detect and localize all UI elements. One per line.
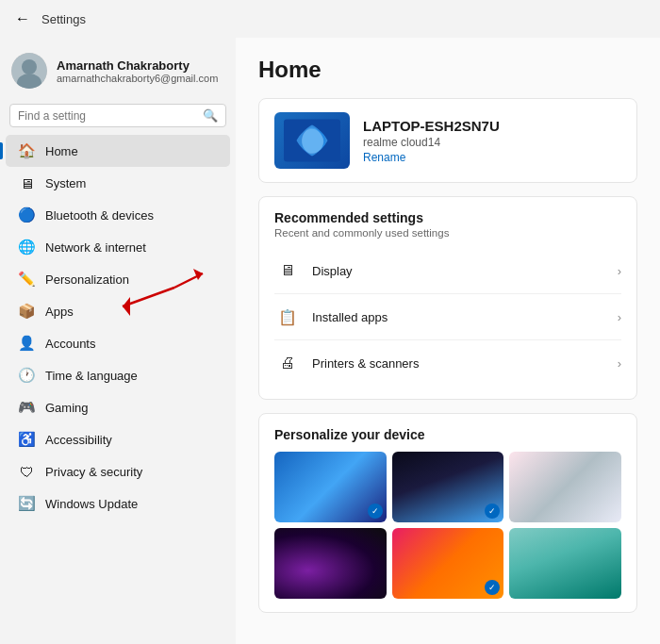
recommended-settings-card: Recommended settings Recent and commonly… — [258, 196, 637, 400]
nav-icon-accounts: 👤 — [17, 334, 36, 353]
nav-label-home: Home — [45, 144, 78, 158]
sidebar-item-accounts[interactable]: 👤 Accounts — [6, 327, 230, 359]
nav-label-gaming: Gaming — [45, 401, 89, 415]
settings-row-printers[interactable]: 🖨 Printers & scanners › — [274, 340, 621, 386]
nav-label-update: Windows Update — [45, 497, 138, 511]
device-card: LAPTOP-ESH2SN7U realme cloud14 Rename — [258, 98, 637, 183]
nav-label-system: System — [45, 176, 86, 190]
recommended-title: Recommended settings — [274, 210, 621, 225]
settings-icon-installed-apps: 📋 — [274, 304, 301, 330]
nav-icon-personalization: ✏️ — [17, 270, 36, 289]
wallpaper-wp4[interactable] — [274, 528, 387, 599]
settings-row-left: 🖨 Printers & scanners — [274, 350, 419, 376]
nav-icon-privacy: 🛡 — [17, 462, 36, 481]
page-title: Home — [258, 57, 637, 83]
nav-icon-apps: 📦 — [17, 302, 36, 321]
chevron-icon-installed-apps: › — [618, 310, 621, 324]
wallpaper-grid: ✓✓✓ — [274, 452, 621, 599]
sidebar-item-bluetooth[interactable]: 🔵 Bluetooth & devices — [6, 199, 230, 231]
settings-row-installed-apps[interactable]: 📋 Installed apps › — [274, 294, 621, 340]
back-button[interactable]: ← — [11, 8, 34, 30]
sidebar-item-update[interactable]: 🔄 Windows Update — [6, 487, 230, 520]
chevron-icon-display: › — [618, 264, 621, 278]
device-info: LAPTOP-ESH2SN7U realme cloud14 Rename — [363, 118, 500, 164]
app-title: Settings — [41, 12, 86, 26]
nav-icon-home: 🏠 — [17, 141, 36, 160]
main-content: Home LAPTOP-ESH2SN7U realme cloud14 — [236, 38, 660, 644]
chevron-icon-printers: › — [618, 356, 621, 371]
settings-row-left: 🖥 Display — [274, 257, 353, 284]
rename-link[interactable]: Rename — [363, 151, 500, 164]
nav-icon-system: 🖥 — [17, 173, 36, 192]
nav-label-time: Time & language — [45, 369, 138, 383]
nav-icon-bluetooth: 🔵 — [17, 206, 36, 224]
wallpaper-check: ✓ — [485, 504, 500, 519]
wallpaper-wp5[interactable]: ✓ — [392, 528, 504, 599]
settings-icon-display: 🖥 — [274, 257, 301, 284]
personalize-card: Personalize your device ✓✓✓ — [258, 413, 637, 613]
sidebar-item-accessibility[interactable]: ♿ Accessibility — [6, 423, 230, 455]
avatar — [11, 53, 47, 89]
wallpaper-check: ✓ — [485, 580, 500, 595]
nav-label-bluetooth: Bluetooth & devices — [45, 208, 154, 223]
wallpaper-wp6[interactable] — [509, 528, 621, 599]
personalize-title: Personalize your device — [274, 427, 621, 442]
nav-label-accounts: Accounts — [45, 337, 95, 351]
sidebar-item-privacy[interactable]: 🛡 Privacy & security — [6, 455, 230, 487]
user-info: Amarnath Chakraborty amarnathchakraborty… — [57, 58, 218, 84]
nav-icon-network: 🌐 — [17, 238, 36, 256]
recommended-rows: 🖥 Display › 📋 Installed apps › 🖨 Printer… — [274, 248, 621, 386]
sidebar-item-time[interactable]: 🕐 Time & language — [6, 359, 230, 391]
sidebar-item-apps[interactable]: 📦 Apps — [6, 295, 230, 327]
nav-icon-time: 🕐 — [17, 366, 36, 385]
settings-label-printers: Printers & scanners — [312, 356, 419, 371]
nav-icon-accessibility: ♿ — [17, 430, 36, 449]
wallpaper-wp3[interactable] — [509, 452, 621, 522]
wallpaper-wp2[interactable]: ✓ — [392, 452, 504, 522]
settings-row-left: 📋 Installed apps — [274, 304, 388, 330]
sidebar-item-system[interactable]: 🖥 System — [6, 167, 230, 199]
nav-list: 🏠 Home 🖥 System 🔵 Bluetooth & devices 🌐 … — [0, 135, 236, 520]
settings-label-display: Display — [312, 264, 353, 278]
sidebar-item-gaming[interactable]: 🎮 Gaming — [6, 391, 230, 423]
wallpaper-wp1[interactable]: ✓ — [274, 452, 387, 522]
device-model: realme cloud14 — [363, 136, 500, 149]
settings-row-display[interactable]: 🖥 Display › — [274, 248, 621, 294]
settings-label-installed-apps: Installed apps — [312, 310, 388, 324]
svg-point-1 — [22, 59, 37, 74]
nav-label-network: Network & internet — [45, 240, 146, 255]
settings-icon-printers: 🖨 — [274, 350, 301, 376]
user-name: Amarnath Chakraborty — [57, 58, 218, 73]
sidebar-item-network[interactable]: 🌐 Network & internet — [6, 231, 230, 263]
sidebar-item-personalization[interactable]: ✏️ Personalization — [6, 263, 230, 295]
wallpaper-check: ✓ — [368, 504, 383, 519]
device-name: LAPTOP-ESH2SN7U — [363, 118, 500, 134]
search-icon: 🔍 — [203, 108, 218, 123]
back-icon: ← — [15, 10, 30, 27]
recommended-subtitle: Recent and commonly used settings — [274, 227, 621, 239]
nav-label-apps: Apps — [45, 305, 74, 319]
device-thumbnail — [274, 112, 350, 169]
user-profile[interactable]: Amarnath Chakraborty amarnathchakraborty… — [0, 45, 236, 100]
nav-label-personalization: Personalization — [45, 272, 129, 287]
nav-label-privacy: Privacy & security — [45, 465, 142, 479]
sidebar-item-home[interactable]: 🏠 Home — [6, 135, 230, 167]
search-box[interactable]: 🔍 — [9, 104, 226, 127]
nav-icon-update: 🔄 — [17, 494, 36, 513]
nav-icon-gaming: 🎮 — [17, 398, 36, 417]
sidebar: Amarnath Chakraborty amarnathchakraborty… — [0, 38, 236, 644]
nav-label-accessibility: Accessibility — [45, 433, 112, 447]
user-email: amarnathchakraborty6@gmail.com — [57, 73, 218, 84]
search-input[interactable] — [18, 109, 197, 123]
